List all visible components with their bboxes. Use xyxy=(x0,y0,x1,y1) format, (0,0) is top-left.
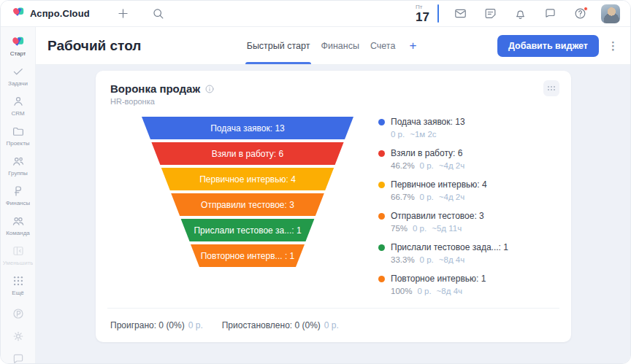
widget-drag-handle[interactable] xyxy=(543,80,559,96)
legend-values: 46.2%0 р.~4д 2ч xyxy=(391,161,557,171)
sidebar: СтартЗадачиCRMПроектыГруппыФинансыКоманд… xyxy=(1,27,36,364)
legend-duration: ~4д 2ч xyxy=(439,161,464,170)
legend-dot xyxy=(378,119,385,125)
chat-button[interactable] xyxy=(541,5,559,23)
funnel-stage-label: Повторное интерв... : 1 xyxy=(201,251,295,261)
sidebar-item-проекты[interactable]: Проекты xyxy=(1,124,36,147)
funnel-stage[interactable]: Прислали тестовое за...: 1 xyxy=(142,219,353,241)
funnel-stage[interactable]: Подача заявок: 13 xyxy=(142,117,353,139)
legend-label: Подача заявок: 13 xyxy=(391,117,557,128)
sidebar-item-уменьшить[interactable]: Уменьшить xyxy=(1,244,36,266)
tab-быстрый-старт[interactable]: Быстрый старт xyxy=(247,27,310,64)
paused-label: Приостановлено: 0 (0%) xyxy=(222,320,321,330)
sidebar-item-команда[interactable]: Команда xyxy=(1,214,36,236)
page-header: Рабочий стол Быстрый стартФинансыСчета+ … xyxy=(36,27,630,65)
lost-label: Проиграно: 0 (0%) xyxy=(110,320,185,330)
legend-label: Отправили тестовое: 3 xyxy=(391,211,557,222)
legend-label: Взяли в работу: 6 xyxy=(391,148,557,159)
notes-button[interactable] xyxy=(481,5,499,23)
legend-label: Прислали тестовое зада...: 1 xyxy=(391,242,557,253)
chat-icon xyxy=(543,7,557,20)
user-avatar[interactable] xyxy=(601,4,620,23)
date-day: 17 xyxy=(416,11,429,23)
mail-icon xyxy=(454,7,467,20)
funnel-chart: Подача заявок: 13Взяли в работу: 6Первич… xyxy=(110,117,353,305)
sidebar-item-ещё[interactable]: Ещё xyxy=(1,274,36,296)
dashboard-content: Воронка продаж HR-воронка Подача заявок:… xyxy=(36,65,630,364)
sidebar-item-crm[interactable]: CRM xyxy=(1,94,36,117)
app-window: Аспро.Cloud Пт 17 СтартЗадачиCRMПроектыГ… xyxy=(0,0,631,364)
groups-icon xyxy=(11,154,25,168)
legend-dot xyxy=(378,276,385,282)
more-grid-icon xyxy=(11,274,25,287)
crm-icon xyxy=(11,94,25,108)
kebab-menu-icon[interactable]: ⋮ xyxy=(608,40,619,51)
sidebar-feedback-button[interactable] xyxy=(9,350,27,364)
legend-values: 75%0 р.~5д 11ч xyxy=(391,224,557,233)
drag-handle-icon xyxy=(548,86,556,91)
funnel-stage[interactable]: Повторное интерв... : 1 xyxy=(142,244,353,267)
paused-money: 0 р. xyxy=(324,320,339,330)
create-button[interactable] xyxy=(115,5,132,23)
widget-subtitle: HR-воронка xyxy=(110,97,557,106)
funnel-stage[interactable]: Отправили тестовое: 3 xyxy=(142,193,353,216)
plus-icon xyxy=(116,7,130,20)
legend-values: 33.3%0 р.~8д 4ч xyxy=(391,255,557,265)
mail-button[interactable] xyxy=(451,5,469,23)
search-button[interactable] xyxy=(150,5,167,23)
legend-item: Подача заявок: 130 р.~1м 2с xyxy=(378,117,557,139)
sidebar-item-label: Ещё xyxy=(12,290,23,296)
funnel-stage[interactable]: Первичное интервью: 4 xyxy=(142,168,353,190)
legend-money: 0 р. xyxy=(413,224,427,233)
aspro-logo-icon xyxy=(12,6,25,21)
funnel-stage-label: Подача заявок: 13 xyxy=(210,123,285,133)
apps-icon xyxy=(12,307,25,320)
legend-label: Повторное интервью: 1 xyxy=(391,274,557,284)
legend-item: Прислали тестовое зада...: 133.3%0 р.~8д… xyxy=(378,242,557,265)
aspro-logo[interactable]: Аспро.Cloud xyxy=(12,6,90,21)
feedback-icon xyxy=(12,352,25,364)
legend-conversion: 66.7% xyxy=(391,193,415,201)
sidebar-item-label: Команда xyxy=(6,230,30,236)
page-title: Рабочий стол xyxy=(47,38,141,54)
sidebar-item-label: CRM xyxy=(11,110,24,117)
sales-funnel-widget: Воронка продаж HR-воронка Подача заявок:… xyxy=(96,71,571,342)
legend-dot xyxy=(378,150,385,157)
legend-dot xyxy=(378,244,385,251)
sidebar-item-старт[interactable]: Старт xyxy=(1,34,36,57)
legend-values: 0 р.~1м 2с xyxy=(391,130,557,139)
sidebar-item-задачи[interactable]: Задачи xyxy=(1,64,36,87)
legend-conversion: 46.2% xyxy=(391,161,415,170)
sidebar-item-label: Проекты xyxy=(6,140,29,147)
funnel-stage[interactable]: Взяли в работу: 6 xyxy=(142,142,353,165)
tasks-icon xyxy=(11,64,25,78)
sidebar-item-label: Группы xyxy=(8,170,28,177)
bell-button[interactable] xyxy=(511,5,529,23)
lost-money: 0 р. xyxy=(188,320,203,330)
add-widget-button[interactable]: Добавить виджет xyxy=(497,35,599,57)
add-tab-button[interactable]: + xyxy=(406,39,419,53)
legend-money: 0 р. xyxy=(420,161,434,170)
legend-money: 0 р. xyxy=(420,193,434,201)
funnel-stage-label: Взяли в работу: 6 xyxy=(212,149,283,159)
card-divider xyxy=(107,308,559,309)
notification-dot xyxy=(584,7,588,11)
sidebar-apps-button[interactable] xyxy=(9,305,27,322)
sidebar-item-группы[interactable]: Группы xyxy=(1,154,36,177)
help-button[interactable] xyxy=(571,5,589,23)
sidebar-item-финансы[interactable]: Финансы xyxy=(1,184,36,206)
legend-item: Взяли в работу: 646.2%0 р.~4д 2ч xyxy=(378,148,557,171)
finances-icon xyxy=(11,184,25,198)
date-accent-divider xyxy=(437,4,439,23)
funnel-footer-stats: Проиграно: 0 (0%)0 р. Приостановлено: 0 … xyxy=(110,320,339,330)
sidebar-settings-button[interactable] xyxy=(9,328,27,345)
tab-счета[interactable]: Счета xyxy=(370,27,395,64)
legend-item: Повторное интервью: 1100%0 р.~8д 4ч xyxy=(378,274,557,296)
funnel-legend: Подача заявок: 130 р.~1м 2сВзяли в работ… xyxy=(353,117,557,305)
legend-values: 100%0 р.~8д 4ч xyxy=(391,287,557,296)
info-icon[interactable] xyxy=(204,84,215,94)
tab-финансы[interactable]: Финансы xyxy=(321,27,359,64)
legend-duration: ~1м 2с xyxy=(410,130,436,139)
legend-conversion: 33.3% xyxy=(391,255,415,264)
calendar-date[interactable]: Пт 17 xyxy=(416,4,429,23)
